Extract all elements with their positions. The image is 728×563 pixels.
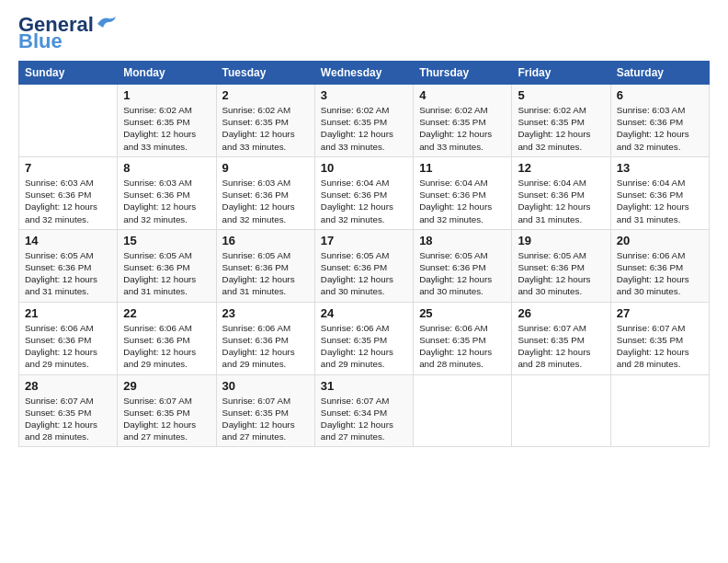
- calendar-cell: 28Sunrise: 6:07 AM Sunset: 6:35 PM Dayli…: [19, 374, 118, 447]
- day-header-thursday: Thursday: [414, 62, 512, 85]
- cell-text: Sunrise: 6:06 AM Sunset: 6:36 PM Dayligh…: [222, 322, 309, 371]
- calendar-cell: 9Sunrise: 6:03 AM Sunset: 6:36 PM Daylig…: [216, 156, 314, 229]
- day-number: 4: [419, 88, 506, 102]
- day-number: 19: [518, 234, 604, 247]
- calendar-cell: 4Sunrise: 6:02 AM Sunset: 6:35 PM Daylig…: [414, 85, 512, 157]
- calendar-cell: 31Sunrise: 6:07 AM Sunset: 6:34 PM Dayli…: [314, 374, 413, 447]
- calendar-cell: 2Sunrise: 6:02 AM Sunset: 6:35 PM Daylig…: [216, 85, 314, 157]
- day-number: 30: [222, 379, 309, 393]
- cell-text: Sunrise: 6:05 AM Sunset: 6:36 PM Dayligh…: [123, 249, 210, 298]
- day-number: 20: [617, 234, 703, 247]
- page: General Blue SundayMondayTuesdayWednesda…: [0, 0, 728, 456]
- day-header-tuesday: Tuesday: [216, 62, 314, 85]
- calendar-cell: 23Sunrise: 6:06 AM Sunset: 6:36 PM Dayli…: [216, 302, 314, 374]
- calendar-cell: 17Sunrise: 6:05 AM Sunset: 6:36 PM Dayli…: [314, 229, 413, 302]
- day-number: 28: [25, 379, 111, 393]
- cell-text: Sunrise: 6:03 AM Sunset: 6:36 PM Dayligh…: [123, 177, 210, 225]
- calendar-table: SundayMondayTuesdayWednesdayThursdayFrid…: [18, 61, 710, 447]
- day-number: 15: [123, 234, 210, 247]
- day-number: 10: [321, 161, 407, 175]
- cell-text: Sunrise: 6:07 AM Sunset: 6:35 PM Dayligh…: [617, 322, 703, 371]
- day-header-friday: Friday: [512, 62, 610, 85]
- day-number: 22: [123, 306, 210, 320]
- day-header-wednesday: Wednesday: [314, 62, 413, 85]
- day-number: 5: [518, 88, 604, 102]
- day-number: 1: [123, 88, 210, 102]
- cell-text: Sunrise: 6:04 AM Sunset: 6:36 PM Dayligh…: [617, 177, 703, 225]
- calendar-cell: 13Sunrise: 6:04 AM Sunset: 6:36 PM Dayli…: [610, 156, 709, 229]
- calendar-header-row: SundayMondayTuesdayWednesdayThursdayFrid…: [19, 62, 710, 85]
- cell-text: Sunrise: 6:06 AM Sunset: 6:36 PM Dayligh…: [617, 249, 703, 298]
- calendar-week-row: 21Sunrise: 6:06 AM Sunset: 6:36 PM Dayli…: [19, 302, 710, 374]
- cell-text: Sunrise: 6:02 AM Sunset: 6:35 PM Dayligh…: [419, 104, 506, 153]
- day-header-monday: Monday: [118, 62, 216, 85]
- cell-text: Sunrise: 6:05 AM Sunset: 6:36 PM Dayligh…: [222, 249, 309, 298]
- header: General Blue: [18, 15, 710, 52]
- day-number: 16: [222, 234, 309, 247]
- cell-text: Sunrise: 6:05 AM Sunset: 6:36 PM Dayligh…: [321, 249, 407, 298]
- calendar-cell: 22Sunrise: 6:06 AM Sunset: 6:36 PM Dayli…: [118, 302, 216, 374]
- calendar-cell: 24Sunrise: 6:06 AM Sunset: 6:35 PM Dayli…: [314, 302, 413, 374]
- cell-text: Sunrise: 6:06 AM Sunset: 6:36 PM Dayligh…: [123, 322, 210, 371]
- day-number: 26: [518, 306, 604, 320]
- calendar-week-row: 1Sunrise: 6:02 AM Sunset: 6:35 PM Daylig…: [19, 85, 710, 157]
- day-number: 18: [419, 234, 506, 247]
- day-number: 21: [25, 306, 111, 320]
- calendar-cell: 5Sunrise: 6:02 AM Sunset: 6:35 PM Daylig…: [512, 85, 610, 157]
- calendar-cell: 8Sunrise: 6:03 AM Sunset: 6:36 PM Daylig…: [118, 156, 216, 229]
- day-number: 31: [321, 379, 407, 393]
- day-number: 27: [617, 306, 703, 320]
- calendar-cell: 25Sunrise: 6:06 AM Sunset: 6:35 PM Dayli…: [414, 302, 512, 374]
- day-number: 24: [321, 306, 407, 320]
- calendar-cell: 6Sunrise: 6:03 AM Sunset: 6:36 PM Daylig…: [610, 85, 709, 157]
- cell-text: Sunrise: 6:02 AM Sunset: 6:35 PM Dayligh…: [518, 104, 604, 153]
- day-number: 11: [419, 161, 506, 175]
- calendar-cell: [610, 374, 709, 447]
- logo-bird-icon: [96, 15, 116, 31]
- cell-text: Sunrise: 6:07 AM Sunset: 6:35 PM Dayligh…: [518, 322, 604, 371]
- calendar-cell: 20Sunrise: 6:06 AM Sunset: 6:36 PM Dayli…: [610, 229, 709, 302]
- day-number: 23: [222, 306, 309, 320]
- cell-text: Sunrise: 6:06 AM Sunset: 6:36 PM Dayligh…: [25, 322, 111, 371]
- cell-text: Sunrise: 6:05 AM Sunset: 6:36 PM Dayligh…: [518, 249, 604, 298]
- cell-text: Sunrise: 6:04 AM Sunset: 6:36 PM Dayligh…: [518, 177, 604, 225]
- cell-text: Sunrise: 6:06 AM Sunset: 6:35 PM Dayligh…: [419, 322, 506, 371]
- day-number: 13: [617, 161, 703, 175]
- calendar-cell: 21Sunrise: 6:06 AM Sunset: 6:36 PM Dayli…: [19, 302, 118, 374]
- cell-text: Sunrise: 6:05 AM Sunset: 6:36 PM Dayligh…: [419, 249, 506, 298]
- calendar-cell: 16Sunrise: 6:05 AM Sunset: 6:36 PM Dayli…: [216, 229, 314, 302]
- calendar-cell: 26Sunrise: 6:07 AM Sunset: 6:35 PM Dayli…: [512, 302, 610, 374]
- cell-text: Sunrise: 6:07 AM Sunset: 6:35 PM Dayligh…: [222, 395, 309, 443]
- calendar-week-row: 14Sunrise: 6:05 AM Sunset: 6:36 PM Dayli…: [19, 229, 710, 302]
- day-number: 7: [25, 161, 111, 175]
- day-number: 29: [123, 379, 210, 393]
- day-header-sunday: Sunday: [19, 62, 118, 85]
- calendar-cell: 12Sunrise: 6:04 AM Sunset: 6:36 PM Dayli…: [512, 156, 610, 229]
- calendar-cell: 10Sunrise: 6:04 AM Sunset: 6:36 PM Dayli…: [314, 156, 413, 229]
- cell-text: Sunrise: 6:05 AM Sunset: 6:36 PM Dayligh…: [25, 249, 111, 298]
- day-number: 2: [222, 88, 309, 102]
- cell-text: Sunrise: 6:06 AM Sunset: 6:35 PM Dayligh…: [321, 322, 407, 371]
- calendar-cell: 18Sunrise: 6:05 AM Sunset: 6:36 PM Dayli…: [414, 229, 512, 302]
- day-number: 12: [518, 161, 604, 175]
- calendar-cell: 29Sunrise: 6:07 AM Sunset: 6:35 PM Dayli…: [118, 374, 216, 447]
- calendar-cell: 11Sunrise: 6:04 AM Sunset: 6:36 PM Dayli…: [414, 156, 512, 229]
- day-number: 8: [123, 161, 210, 175]
- day-number: 25: [419, 306, 506, 320]
- calendar-cell: 15Sunrise: 6:05 AM Sunset: 6:36 PM Dayli…: [118, 229, 216, 302]
- calendar-cell: [19, 85, 118, 157]
- calendar-cell: 19Sunrise: 6:05 AM Sunset: 6:36 PM Dayli…: [512, 229, 610, 302]
- logo-text2: Blue: [18, 31, 63, 52]
- calendar-week-row: 28Sunrise: 6:07 AM Sunset: 6:35 PM Dayli…: [19, 374, 710, 447]
- cell-text: Sunrise: 6:03 AM Sunset: 6:36 PM Dayligh…: [222, 177, 309, 225]
- cell-text: Sunrise: 6:07 AM Sunset: 6:35 PM Dayligh…: [25, 395, 111, 443]
- cell-text: Sunrise: 6:02 AM Sunset: 6:35 PM Dayligh…: [222, 104, 309, 153]
- cell-text: Sunrise: 6:03 AM Sunset: 6:36 PM Dayligh…: [25, 177, 111, 225]
- cell-text: Sunrise: 6:07 AM Sunset: 6:34 PM Dayligh…: [321, 395, 407, 443]
- day-number: 17: [321, 234, 407, 247]
- day-header-saturday: Saturday: [610, 62, 709, 85]
- cell-text: Sunrise: 6:04 AM Sunset: 6:36 PM Dayligh…: [321, 177, 407, 225]
- calendar-cell: [512, 374, 610, 447]
- day-number: 3: [321, 88, 407, 102]
- calendar-cell: [414, 374, 512, 447]
